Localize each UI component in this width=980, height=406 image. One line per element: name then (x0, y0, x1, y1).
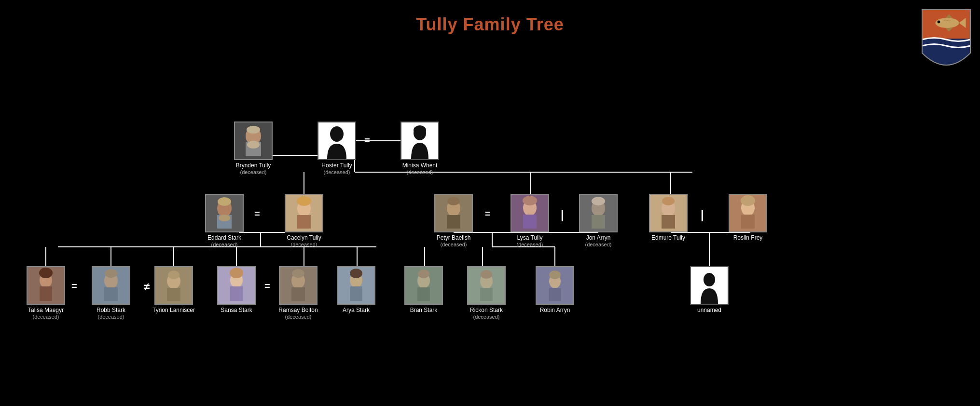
person-cacelyn-name: Cacelyn Tully (deceased) (287, 234, 321, 248)
person-eddard-name: Eddard Stark (deceased) (207, 234, 241, 248)
person-eddard: Eddard Stark (deceased) (200, 194, 248, 248)
person-talisa-name: Talisa Maegyr (deceased) (28, 307, 64, 321)
svg-point-2 (938, 21, 940, 24)
svg-point-105 (549, 271, 561, 279)
svg-point-61 (592, 197, 605, 205)
photo-unnamed (690, 266, 729, 305)
photo-brynden (234, 122, 273, 160)
person-tyrion: Tyrion Lanniscer (150, 266, 198, 313)
person-lysa-name: Lysa Tully (deceased) (516, 234, 543, 248)
person-ramsay: Ramsay Bolton (deceased) (274, 266, 322, 321)
person-jon-arryn: Jon Arryn (deceased) (574, 194, 622, 248)
svg-rect-80 (167, 288, 180, 301)
svg-rect-96 (417, 287, 430, 301)
robb-tyrion-divider: ≠ (144, 281, 150, 293)
person-robin: Robin Arryn (531, 266, 579, 313)
person-rickon: Rickon Stark (deceased) (462, 266, 511, 321)
person-roslin: Roslin Frey (724, 194, 772, 241)
svg-rect-48 (297, 215, 311, 229)
svg-point-81 (168, 271, 179, 279)
person-arya: Arya Stark (332, 266, 380, 313)
sansa-ramsay-relation: = (264, 281, 270, 292)
person-lysa: Lysa Tully (deceased) (506, 194, 554, 248)
person-bran: Bran Stark (400, 266, 448, 313)
family-tree: Brynden Tully (deceased) Hoster Tully (d… (0, 44, 980, 406)
lysa-jonarryn-relation: | (561, 208, 564, 222)
tree-connectors (0, 44, 980, 406)
person-petyr: Petyr Baelish (deceased) (429, 194, 478, 248)
person-robb: Robb Stark (deceased) (87, 266, 135, 321)
photo-lysa (511, 194, 549, 232)
photo-jon-arryn (579, 194, 618, 232)
photo-rickon (467, 266, 506, 305)
person-arya-name: Arya Stark (343, 307, 370, 313)
svg-rect-52 (447, 215, 460, 229)
photo-tyrion (154, 266, 193, 305)
photo-eddard (205, 194, 244, 232)
person-brynden-name: Brynden Tully (deceased) (236, 162, 271, 176)
photo-hoster (317, 122, 356, 160)
photo-bran (404, 266, 443, 305)
person-robin-name: Robin Arryn (540, 307, 570, 313)
person-petyr-name: Petyr Baelish (deceased) (437, 234, 471, 248)
photo-petyr (434, 194, 473, 232)
person-cacelyn: Cacelyn Tully (deceased) (280, 194, 328, 248)
person-bran-name: Bran Stark (410, 307, 438, 313)
svg-rect-92 (350, 286, 362, 301)
svg-point-57 (523, 196, 537, 205)
svg-point-93 (350, 269, 362, 278)
page-title: Tully Family Tree (0, 0, 980, 44)
person-sansa: Sansa Stark (212, 266, 261, 313)
photo-minisa (400, 122, 439, 160)
svg-point-34 (247, 126, 260, 134)
person-hoster-name: Hoster Tully (deceased) (321, 162, 352, 176)
person-unnamed: unnamed (685, 266, 733, 313)
petyr-lysa-relation: = (485, 208, 491, 219)
person-jon-arryn-name: Jon Arryn (deceased) (585, 234, 611, 248)
photo-talisa (27, 266, 65, 305)
person-talisa: Talisa Maegyr (deceased) (22, 266, 70, 321)
svg-point-37 (330, 126, 344, 142)
svg-point-65 (662, 197, 675, 205)
edmure-roslin-relation: | (701, 208, 704, 222)
svg-point-53 (447, 197, 460, 205)
svg-point-49 (297, 196, 311, 206)
photo-sansa (217, 266, 256, 305)
svg-point-73 (39, 268, 53, 278)
svg-rect-60 (592, 215, 605, 229)
person-minisa-name: Minisa Whent (deceased) (402, 162, 438, 176)
svg-point-107 (704, 273, 715, 286)
person-unnamed-name: unnamed (697, 307, 721, 313)
photo-roslin (729, 194, 767, 232)
person-edmure-name: Edmure Tully (651, 234, 685, 241)
person-ramsay-name: Ramsay Bolton (deceased) (278, 307, 317, 321)
person-roslin-name: Roslin Frey (733, 234, 763, 241)
svg-point-101 (481, 270, 492, 279)
photo-edmure (649, 194, 688, 232)
svg-rect-88 (291, 287, 305, 301)
svg-rect-100 (480, 288, 493, 301)
svg-rect-56 (523, 215, 537, 229)
svg-point-85 (230, 268, 243, 278)
svg-rect-64 (662, 215, 675, 229)
person-robb-name: Robb Stark (deceased) (97, 307, 125, 321)
svg-point-97 (418, 270, 429, 278)
svg-point-89 (292, 269, 304, 278)
person-sansa-name: Sansa Stark (221, 307, 252, 313)
person-minisa: Minisa Whent (deceased) (396, 122, 444, 176)
talisa-robb-relation: = (71, 281, 77, 292)
photo-robb (92, 266, 130, 305)
svg-point-35 (247, 141, 260, 149)
person-hoster: Hoster Tully (deceased) (313, 122, 361, 176)
svg-rect-68 (741, 215, 755, 229)
photo-cacelyn (285, 194, 323, 232)
svg-point-77 (105, 269, 117, 278)
svg-rect-72 (40, 286, 52, 301)
photo-robin (536, 266, 574, 305)
svg-rect-76 (104, 287, 118, 301)
person-rickon-name: Rickon Stark (deceased) (470, 307, 503, 321)
photo-arya (337, 266, 375, 305)
svg-rect-84 (230, 286, 243, 301)
person-brynden: Brynden Tully (deceased) (229, 122, 277, 176)
eddard-cacelyn-relation: = (254, 208, 260, 219)
